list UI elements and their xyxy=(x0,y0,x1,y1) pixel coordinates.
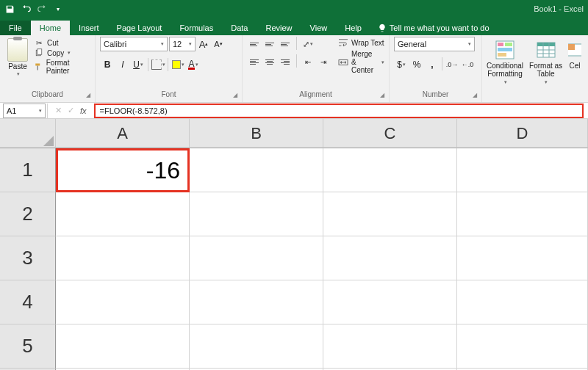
cell-d3[interactable] xyxy=(457,236,588,280)
cell-b2[interactable] xyxy=(190,192,323,236)
align-right-button[interactable] xyxy=(278,54,293,69)
formula-input[interactable]: =FLOOR(-8.572,8) xyxy=(94,104,584,118)
percent-format-button[interactable]: % xyxy=(409,57,424,72)
merge-center-button[interactable]: Merge & Center ▾ xyxy=(338,50,384,74)
format-painter-button[interactable]: Format Painter xyxy=(34,59,90,75)
decrease-decimal-button[interactable]: ←.0 xyxy=(460,57,475,72)
cell-styles-icon xyxy=(568,40,581,60)
italic-button[interactable]: I xyxy=(115,57,130,72)
format-as-table-button[interactable]: Format as Table ▾ xyxy=(529,40,562,86)
align-middle-button[interactable] xyxy=(262,37,277,51)
row-header-1[interactable]: 1 xyxy=(0,148,56,192)
row-header-2[interactable]: 2 xyxy=(0,192,56,236)
font-name-combo[interactable]: Calibri ▾ xyxy=(100,37,168,51)
tab-formulas[interactable]: Formulas xyxy=(171,21,222,35)
name-box[interactable]: A1 ▾ xyxy=(3,104,46,118)
save-icon[interactable] xyxy=(4,4,15,14)
select-all-corner[interactable] xyxy=(0,119,56,148)
fx-icon[interactable]: fx xyxy=(80,106,87,115)
tab-view[interactable]: View xyxy=(301,21,337,35)
conditional-formatting-button[interactable]: Conditional Formatting ▾ xyxy=(487,40,523,86)
underline-button[interactable]: U▾ xyxy=(131,57,146,72)
increase-decimal-button[interactable]: .0→ xyxy=(445,57,459,72)
cell-d4[interactable] xyxy=(457,280,588,324)
svg-rect-4 xyxy=(498,43,503,46)
cell-d2[interactable] xyxy=(457,192,588,236)
fill-color-button[interactable]: ▾ xyxy=(171,57,185,72)
tell-me[interactable]: Tell me what you want to do xyxy=(370,21,497,35)
spreadsheet-grid: A B C D 1 -16 2 3 4 xyxy=(0,119,588,370)
scissors-icon: ✂ xyxy=(34,38,44,47)
column-header-b[interactable]: B xyxy=(190,119,323,148)
cell-a4[interactable] xyxy=(56,280,190,324)
cell-c5[interactable] xyxy=(323,324,457,369)
column-header-a[interactable]: A xyxy=(56,119,190,148)
copy-button[interactable]: Copy ▾ xyxy=(34,48,90,57)
tab-help[interactable]: Help xyxy=(336,21,370,35)
dialog-launcher-icon[interactable]: ◢ xyxy=(233,92,237,98)
cell-d1[interactable] xyxy=(457,148,588,192)
increase-indent-button[interactable]: ⇥ xyxy=(316,54,331,69)
tab-review[interactable]: Review xyxy=(257,21,301,35)
font-size-combo[interactable]: 12 ▾ xyxy=(169,37,196,51)
cell-b5[interactable] xyxy=(190,324,323,369)
cell-c2[interactable] xyxy=(323,192,457,236)
tab-data[interactable]: Data xyxy=(222,21,257,35)
align-center-button[interactable] xyxy=(262,54,277,69)
tab-file[interactable]: File xyxy=(0,21,31,35)
cell-a5[interactable] xyxy=(56,324,190,369)
copy-icon xyxy=(34,48,44,57)
decrease-indent-button[interactable]: ⇤ xyxy=(301,54,315,69)
row-header-5[interactable]: 5 xyxy=(0,324,56,369)
cut-button[interactable]: ✂ Cut xyxy=(34,38,90,47)
font-color-button[interactable]: A▾ xyxy=(186,57,201,72)
align-top-button[interactable] xyxy=(247,37,262,51)
align-left-button[interactable] xyxy=(247,54,262,69)
cell-a1[interactable]: -16 xyxy=(56,148,190,192)
row-header-4[interactable]: 4 xyxy=(0,280,56,324)
row-header-3[interactable]: 3 xyxy=(0,236,56,280)
qat-customize-icon[interactable]: ▾ xyxy=(53,4,63,14)
column-header-d[interactable]: D xyxy=(457,119,588,148)
lightbulb-icon xyxy=(378,23,387,32)
cancel-icon[interactable]: ✕ xyxy=(55,106,62,115)
align-bottom-button[interactable] xyxy=(278,37,293,51)
dialog-launcher-icon[interactable]: ◢ xyxy=(86,92,90,98)
font-name-value: Calibri xyxy=(104,40,126,48)
enter-icon[interactable]: ✓ xyxy=(68,106,74,115)
number-format-combo[interactable]: General ▾ xyxy=(394,37,475,51)
tab-page-layout[interactable]: Page Layout xyxy=(108,21,171,35)
cell-styles-button[interactable]: Cel xyxy=(568,40,581,70)
paste-button[interactable]: Paste ▾ xyxy=(4,37,31,89)
number-group-label: Number xyxy=(423,90,449,98)
cell-d5[interactable] xyxy=(457,324,588,369)
undo-icon[interactable] xyxy=(21,4,31,14)
dialog-launcher-icon[interactable]: ◢ xyxy=(473,92,477,98)
cell-a2[interactable] xyxy=(56,192,190,236)
chevron-down-icon: ▾ xyxy=(504,78,507,86)
cell-c4[interactable] xyxy=(323,280,457,324)
increase-font-button[interactable]: A▴ xyxy=(197,37,210,51)
border-button[interactable]: ▾ xyxy=(151,57,165,72)
name-box-value: A1 xyxy=(7,106,16,115)
cell-c3[interactable] xyxy=(323,236,457,280)
decrease-font-button[interactable]: A▾ xyxy=(212,37,225,51)
cell-b1[interactable] xyxy=(190,148,323,192)
bold-button[interactable]: B xyxy=(100,57,115,72)
cell-b4[interactable] xyxy=(190,280,323,324)
orientation-button[interactable]: ⤢▾ xyxy=(301,37,315,51)
tab-insert[interactable]: Insert xyxy=(70,21,108,35)
comma-format-button[interactable]: , xyxy=(425,57,440,72)
accounting-format-button[interactable]: $▾ xyxy=(394,57,409,72)
cell-b3[interactable] xyxy=(190,236,323,280)
paste-icon xyxy=(7,38,28,62)
tab-home[interactable]: Home xyxy=(31,21,70,35)
redo-icon[interactable] xyxy=(37,4,47,14)
cell-a3[interactable] xyxy=(56,236,190,280)
group-alignment: ⤢▾ ⇤ ⇥ Wrap Text xyxy=(243,35,390,102)
svg-rect-5 xyxy=(505,43,512,46)
dialog-launcher-icon[interactable]: ◢ xyxy=(380,92,384,98)
wrap-text-button[interactable]: Wrap Text xyxy=(338,38,384,47)
column-header-c[interactable]: C xyxy=(323,119,457,148)
cell-c1[interactable] xyxy=(323,148,457,192)
